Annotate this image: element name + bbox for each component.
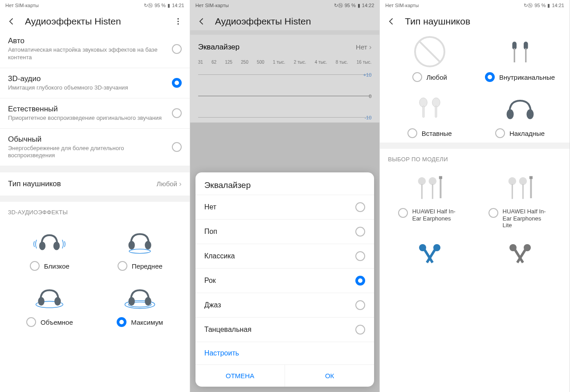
svg-point-10 xyxy=(55,297,61,306)
model-icon xyxy=(407,170,452,205)
radio-button[interactable] xyxy=(355,202,365,212)
svg-point-6 xyxy=(129,241,135,249)
clock: 14:21 xyxy=(172,3,184,8)
svg-rect-26 xyxy=(421,184,423,199)
headphone-icon xyxy=(407,90,452,126)
headphone-type-option[interactable]: Внутриканальные xyxy=(475,30,565,86)
effects-section-label: 3D-АУДИОЭФФЕКТЫ xyxy=(0,202,190,219)
preset-label: Танцевальная xyxy=(204,326,252,334)
mode-subtitle: Имитация глубокого объемного 3D-звучания xyxy=(8,84,167,92)
radio-button[interactable] xyxy=(495,128,505,138)
mode-option[interactable]: Естественный Приоритетное воспроизведени… xyxy=(0,98,190,129)
eq-preset-option[interactable]: Нет xyxy=(195,195,375,219)
svg-point-13 xyxy=(129,297,135,306)
eq-preset-option[interactable]: Танцевальная xyxy=(195,317,375,342)
effect-icon xyxy=(27,279,72,314)
eq-preset-option[interactable]: Джаз xyxy=(195,293,375,317)
eq-preset-option[interactable]: Поп xyxy=(195,219,375,244)
customize-button[interactable]: Настроить xyxy=(195,342,375,364)
headphone-type-link[interactable]: Тип наушников Любой› xyxy=(0,172,190,196)
headphone-icon xyxy=(407,34,452,69)
radio-button[interactable] xyxy=(117,317,126,327)
mode-option[interactable]: Обычный Энергосбережение для более длите… xyxy=(0,129,190,167)
back-icon[interactable] xyxy=(7,17,16,26)
effect-option[interactable]: Максимум xyxy=(95,275,185,331)
more-icon[interactable] xyxy=(174,17,183,26)
radio-button[interactable] xyxy=(355,325,365,335)
preset-label: Классика xyxy=(204,252,235,260)
preset-label: Поп xyxy=(204,228,217,236)
mode-subtitle: Автоматическая настройка звуковых эффект… xyxy=(8,46,167,61)
radio-button[interactable] xyxy=(172,142,182,152)
model-label: HUAWEI Half In-Ear Earphones Lite xyxy=(503,208,552,229)
type-label: Любой xyxy=(427,74,447,81)
radio-button[interactable] xyxy=(489,208,498,218)
effect-option[interactable]: Переднее xyxy=(95,219,185,275)
svg-point-19 xyxy=(419,98,428,107)
radio-button[interactable] xyxy=(118,261,127,271)
radio-button[interactable] xyxy=(398,208,408,218)
ok-button[interactable]: ОК xyxy=(285,365,374,387)
preset-label: Рок xyxy=(204,277,216,285)
screen-audio-effects: Нет SIM-карты ↻Ⓝ 95 % ▮ 14:21 Аудиоэффек… xyxy=(0,0,190,392)
svg-point-5 xyxy=(129,249,151,254)
svg-rect-32 xyxy=(511,184,513,199)
battery-icon: ▮ xyxy=(167,3,170,8)
headphone-type-option[interactable]: Накладные xyxy=(475,86,565,143)
radio-button[interactable] xyxy=(407,128,417,138)
radio-button[interactable] xyxy=(172,44,182,54)
page-title: Тип наушников xyxy=(405,16,562,27)
model-label: HUAWEI Half In-Ear Earphones xyxy=(412,208,461,222)
back-icon[interactable] xyxy=(387,17,396,26)
svg-rect-30 xyxy=(439,176,442,179)
mode-subtitle: Энергосбережение для более длительного в… xyxy=(8,145,167,160)
radio-button[interactable] xyxy=(355,251,365,261)
headphone-type-option[interactable]: Вставные xyxy=(384,86,475,143)
svg-point-24 xyxy=(526,109,533,119)
effect-option[interactable]: Близкое xyxy=(4,219,95,275)
dialog-title: Эквалайзер xyxy=(195,172,375,195)
headphone-type-option[interactable]: Любой xyxy=(384,30,475,86)
radio-button[interactable] xyxy=(355,300,365,310)
headphone-icon xyxy=(498,90,542,126)
eq-preset-option[interactable]: Рок xyxy=(195,268,375,293)
radio-button[interactable] xyxy=(26,317,36,327)
radio-button[interactable] xyxy=(355,276,365,286)
headphone-type-label: Тип наушников xyxy=(8,180,61,188)
header: Тип наушников xyxy=(380,11,570,30)
headphone-model-option[interactable]: HUAWEI Half In-Ear Earphones xyxy=(384,166,475,233)
effect-icon xyxy=(118,223,162,258)
mode-title: Обычный xyxy=(8,135,167,144)
preset-label: Нет xyxy=(204,203,216,211)
radio-button[interactable] xyxy=(412,72,422,82)
effect-icon xyxy=(27,223,72,258)
type-label: Накладные xyxy=(509,130,545,137)
radio-button[interactable] xyxy=(30,261,40,271)
svg-rect-34 xyxy=(522,184,523,199)
cancel-button[interactable]: ОТМЕНА xyxy=(195,365,285,387)
nfc-icon: ↻Ⓝ xyxy=(144,2,153,9)
headphone-model-option[interactable] xyxy=(384,233,475,277)
effect-icon xyxy=(118,279,162,314)
effect-option[interactable]: Объемное xyxy=(4,275,95,331)
mode-title: 3D-аудио xyxy=(8,74,167,83)
headphone-model-option[interactable]: HUAWEI Half In-Ear Earphones Lite xyxy=(475,166,565,233)
model-icon xyxy=(407,237,452,273)
svg-point-3 xyxy=(39,242,45,250)
headphone-model-option[interactable] xyxy=(475,233,565,277)
svg-point-7 xyxy=(145,241,151,249)
radio-button[interactable] xyxy=(172,108,182,118)
spacer xyxy=(0,166,190,172)
radio-button[interactable] xyxy=(355,227,365,237)
radio-button[interactable] xyxy=(172,78,182,88)
svg-rect-22 xyxy=(435,106,437,118)
mode-option[interactable]: Авто Автоматическая настройка звуковых э… xyxy=(0,30,190,68)
eq-preset-option[interactable]: Классика xyxy=(195,244,375,268)
svg-point-0 xyxy=(177,18,179,20)
spacer xyxy=(0,196,190,202)
model-section-label: ВЫБОР ПО МОДЕЛИ xyxy=(380,149,570,166)
effect-label: Объемное xyxy=(41,318,73,326)
mode-option[interactable]: 3D-аудио Имитация глубокого объемного 3D… xyxy=(0,68,190,98)
svg-point-33 xyxy=(519,177,527,185)
radio-button[interactable] xyxy=(485,72,495,82)
